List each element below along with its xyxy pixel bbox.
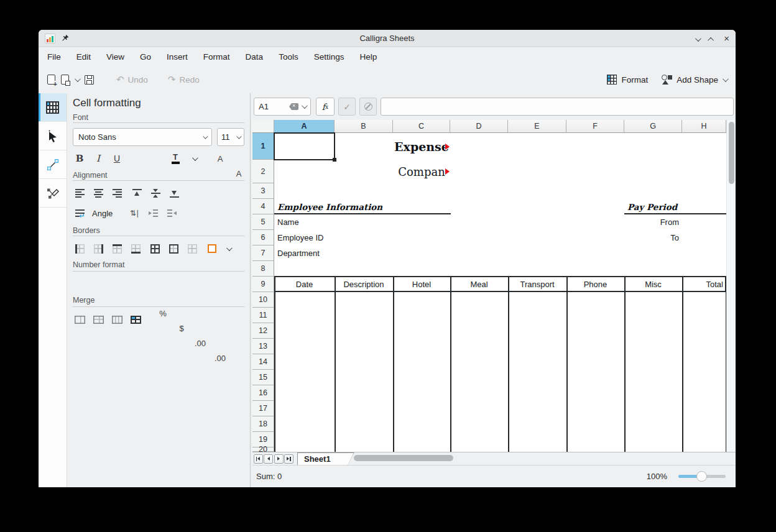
menu-item-format[interactable]: Format: [203, 52, 230, 62]
cell-g5[interactable]: From: [624, 214, 682, 230]
align-center-button[interactable]: [91, 186, 106, 201]
unmerge-cells-button[interactable]: [128, 312, 143, 327]
row-header-14[interactable]: 14: [252, 354, 274, 370]
column-header-c[interactable]: C: [393, 120, 450, 133]
first-sheet-button[interactable]: [254, 454, 263, 464]
menu-item-file[interactable]: File: [47, 52, 61, 62]
shape-selection-tool-button[interactable]: [39, 122, 67, 150]
cell-c9[interactable]: Hotel: [393, 277, 450, 292]
zoom-slider-handle[interactable]: [696, 471, 707, 482]
close-button[interactable]: ×: [724, 34, 729, 43]
row-header-2[interactable]: 2: [252, 160, 274, 183]
column-header-e[interactable]: E: [508, 120, 566, 133]
align-middle-button[interactable]: [148, 186, 163, 201]
row-header-1[interactable]: 1: [252, 133, 274, 160]
wrap-text-button[interactable]: [72, 206, 87, 221]
border-outline-button[interactable]: [166, 241, 181, 256]
text-color-dropdown[interactable]: [187, 151, 201, 166]
angle-button[interactable]: Angle: [92, 206, 113, 221]
sheet-tab[interactable]: Sheet1: [297, 452, 354, 466]
next-sheet-button[interactable]: [274, 454, 284, 464]
border-none-button[interactable]: [185, 241, 200, 256]
column-header-g[interactable]: G: [624, 120, 682, 133]
formula-input[interactable]: [381, 98, 734, 116]
row-header-12[interactable]: 12: [252, 323, 274, 339]
align-right-button[interactable]: [109, 186, 124, 201]
row-header-8[interactable]: 8: [252, 261, 274, 277]
font-size-select[interactable]: 11: [217, 128, 244, 146]
underline-button[interactable]: U: [109, 151, 124, 166]
menu-item-data[interactable]: Data: [246, 52, 264, 62]
border-all-button[interactable]: [147, 241, 162, 256]
cell-grid[interactable]: ABCDEFGH1234567891011121314151617181920E…: [252, 120, 726, 452]
menu-item-settings[interactable]: Settings: [314, 52, 344, 62]
menu-item-tools[interactable]: Tools: [279, 52, 298, 62]
align-left-button[interactable]: [72, 186, 87, 201]
cell-e9[interactable]: Transport: [508, 277, 566, 292]
border-color-button[interactable]: [205, 241, 219, 256]
row-header-4[interactable]: 4: [252, 199, 274, 214]
select-all-corner[interactable]: [252, 120, 274, 133]
row-header-16[interactable]: 16: [252, 385, 274, 401]
row-header-3[interactable]: 3: [252, 183, 274, 199]
formula-wizard-button[interactable]: fx: [316, 98, 335, 116]
row-header-6[interactable]: 6: [252, 230, 274, 245]
align-top-button[interactable]: [129, 186, 144, 201]
border-color-dropdown[interactable]: [221, 241, 236, 256]
cell-a6[interactable]: Employee ID: [274, 230, 335, 245]
row-header-9[interactable]: 9: [252, 277, 274, 292]
row-header-5[interactable]: 5: [252, 214, 274, 230]
column-header-h[interactable]: H: [682, 120, 726, 133]
menu-item-help[interactable]: Help: [359, 52, 377, 62]
horizontal-scrollbar-thumb[interactable]: [354, 455, 453, 461]
increase-indent-button[interactable]: [146, 206, 160, 221]
connector-tool-button[interactable]: [39, 150, 67, 179]
vertical-scrollbar[interactable]: [726, 120, 736, 452]
cell-b9[interactable]: Description: [335, 277, 393, 292]
merge-vertical-button[interactable]: [109, 312, 124, 327]
decrease-indent-button[interactable]: [164, 206, 179, 221]
vertical-text-button[interactable]: ⇅∣: [127, 206, 142, 221]
previous-sheet-button[interactable]: [264, 454, 273, 464]
open-document-icon[interactable]: [61, 75, 69, 85]
row-header-11[interactable]: 11: [252, 308, 274, 323]
merge-cells-button[interactable]: [72, 312, 87, 327]
cells-tool-button[interactable]: [39, 93, 67, 122]
row-header-20[interactable]: 20: [252, 447, 274, 452]
column-header-f[interactable]: F: [566, 120, 624, 133]
zoom-slider[interactable]: [678, 475, 726, 478]
add-shape-button[interactable]: Add Shape: [662, 75, 727, 85]
cell-c1[interactable]: Expense: [393, 133, 450, 160]
row-header-13[interactable]: 13: [252, 339, 274, 354]
cell-f9[interactable]: Phone: [566, 277, 624, 292]
cell-d9[interactable]: Meal: [450, 277, 508, 292]
cell-g4[interactable]: Pay Period: [624, 199, 682, 214]
font-family-select[interactable]: Noto Sans: [73, 128, 212, 146]
menu-item-go[interactable]: Go: [140, 52, 151, 62]
save-icon[interactable]: [85, 75, 94, 85]
border-left-button[interactable]: [72, 241, 87, 256]
menu-item-insert[interactable]: Insert: [167, 52, 188, 62]
new-document-icon[interactable]: [47, 75, 55, 85]
border-bottom-button[interactable]: [128, 241, 143, 256]
horizontal-scrollbar[interactable]: [354, 455, 734, 462]
minimize-button[interactable]: [695, 33, 700, 44]
border-top-button[interactable]: [109, 241, 124, 256]
italic-button[interactable]: I: [91, 151, 106, 166]
path-edit-tool-button[interactable]: [39, 179, 67, 208]
cell-c2[interactable]: Compan: [393, 160, 450, 183]
align-bottom-button[interactable]: [167, 186, 182, 201]
selection-fill-handle[interactable]: [333, 158, 336, 162]
menu-item-edit[interactable]: Edit: [76, 52, 91, 62]
cell-selection-marquee[interactable]: [274, 132, 335, 160]
cell-g6[interactable]: To: [624, 230, 682, 245]
cell-reference-box[interactable]: A1: [254, 98, 311, 116]
border-right-button[interactable]: [91, 241, 106, 256]
bold-button[interactable]: B: [72, 151, 87, 166]
last-sheet-button[interactable]: [284, 454, 293, 464]
open-dropdown-icon[interactable]: [75, 76, 81, 82]
cell-h9[interactable]: Total: [682, 277, 726, 292]
column-header-d[interactable]: D: [450, 120, 508, 133]
menu-item-view[interactable]: View: [106, 52, 124, 62]
maximize-button[interactable]: [709, 33, 714, 44]
